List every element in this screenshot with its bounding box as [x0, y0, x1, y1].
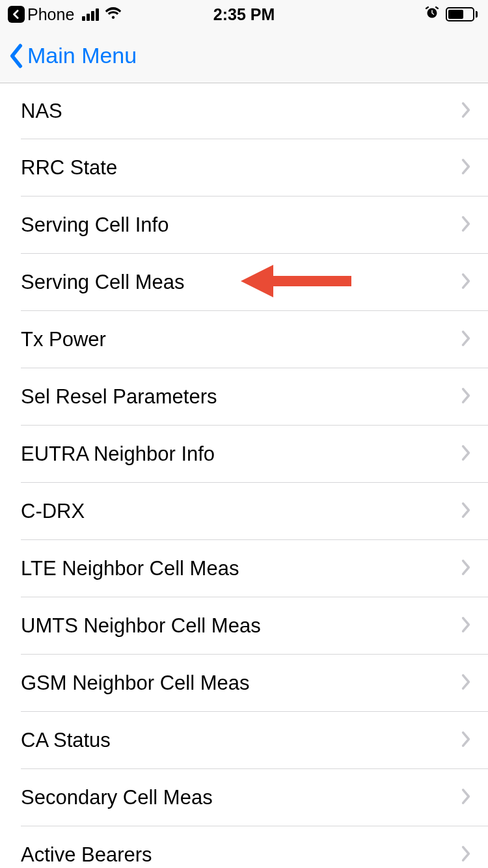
menu-item-sel-resel-parameters[interactable]: Sel Resel Parameters: [21, 368, 488, 426]
menu-item-label: RRC State: [21, 156, 117, 180]
menu-item-label: Serving Cell Info: [21, 213, 169, 237]
menu-item-secondary-cell-meas[interactable]: Secondary Cell Meas: [21, 769, 488, 826]
chevron-right-icon: [461, 330, 471, 349]
menu-item-label: EUTRA Neighbor Info: [21, 442, 215, 466]
chevron-right-icon: [461, 158, 471, 178]
menu-item-label: Sel Resel Parameters: [21, 385, 217, 409]
menu-item-nas[interactable]: NAS: [21, 83, 488, 139]
menu-item-label: Tx Power: [21, 328, 106, 351]
menu-item-ca-status[interactable]: CA Status: [21, 712, 488, 769]
battery-icon: [446, 7, 478, 21]
chevron-right-icon: [461, 731, 471, 750]
back-to-app-label: Phone: [27, 5, 74, 24]
chevron-left-icon: [9, 44, 23, 68]
menu-item-umts-neighbor-cell-meas[interactable]: UMTS Neighbor Cell Meas: [21, 597, 488, 655]
chevron-right-icon: [461, 559, 471, 578]
nav-back-label: Main Menu: [27, 43, 137, 68]
navigation-bar: Main Menu: [0, 29, 488, 83]
menu-item-label: CA Status: [21, 729, 111, 752]
status-time: 2:35 PM: [213, 5, 275, 24]
chevron-right-icon: [461, 215, 471, 235]
chevron-right-icon: [461, 102, 471, 121]
menu-item-active-bearers[interactable]: Active Bearers: [21, 826, 488, 868]
status-left-group: Phone: [8, 5, 122, 24]
chevron-right-icon: [461, 788, 471, 807]
menu-item-label: Secondary Cell Meas: [21, 786, 213, 809]
menu-item-label: Serving Cell Meas: [21, 271, 185, 294]
chevron-right-icon: [461, 845, 471, 865]
back-to-app-icon: [8, 6, 25, 23]
menu-item-label: UMTS Neighbor Cell Meas: [21, 614, 261, 638]
menu-item-lte-neighbor-cell-meas[interactable]: LTE Neighbor Cell Meas: [21, 540, 488, 597]
wifi-icon: [104, 5, 122, 23]
chevron-right-icon: [461, 502, 471, 521]
menu-list: NAS RRC State Serving Cell Info Serving …: [0, 83, 488, 868]
menu-item-label: GSM Neighbor Cell Meas: [21, 671, 249, 695]
chevron-right-icon: [461, 273, 471, 292]
chevron-right-icon: [461, 387, 471, 407]
menu-item-label: LTE Neighbor Cell Meas: [21, 557, 239, 580]
status-right-group: [425, 5, 478, 23]
menu-item-gsm-neighbor-cell-meas[interactable]: GSM Neighbor Cell Meas: [21, 655, 488, 712]
chevron-right-icon: [461, 673, 471, 693]
menu-item-eutra-neighbor-info[interactable]: EUTRA Neighbor Info: [21, 426, 488, 483]
menu-item-rrc-state[interactable]: RRC State: [21, 139, 488, 197]
menu-item-label: C-DRX: [21, 500, 85, 523]
menu-item-label: NAS: [21, 100, 62, 123]
alarm-icon: [425, 5, 439, 23]
chevron-right-icon: [461, 616, 471, 636]
menu-item-c-drx[interactable]: C-DRX: [21, 483, 488, 540]
menu-item-tx-power[interactable]: Tx Power: [21, 311, 488, 368]
status-bar: Phone 2:35 PM: [0, 0, 488, 29]
cellular-signal-icon: [82, 8, 99, 21]
menu-item-serving-cell-meas[interactable]: Serving Cell Meas: [21, 254, 488, 311]
chevron-right-icon: [461, 444, 471, 464]
back-to-app-button[interactable]: Phone: [8, 5, 74, 24]
nav-back-button[interactable]: Main Menu: [9, 43, 137, 68]
menu-item-serving-cell-info[interactable]: Serving Cell Info: [21, 197, 488, 254]
annotation-arrow-icon: [241, 261, 355, 304]
menu-item-label: Active Bearers: [21, 843, 152, 867]
